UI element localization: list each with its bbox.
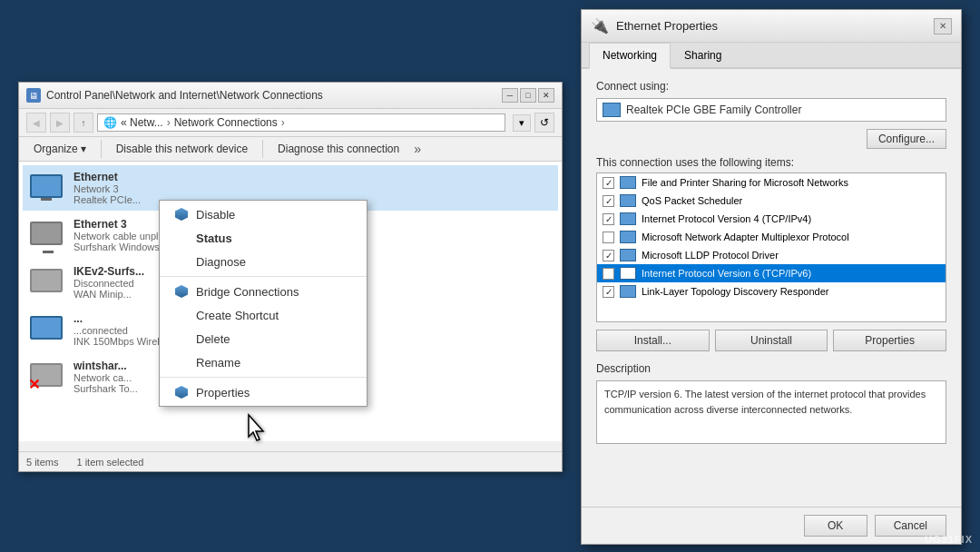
ctx-rename[interactable]: Rename bbox=[160, 350, 367, 374]
ctx-bridge[interactable]: Bridge Connections bbox=[160, 280, 367, 303]
ethernet-icon bbox=[30, 174, 66, 202]
dialog-titlebar: 🔌 Ethernet Properties ✕ bbox=[582, 10, 961, 43]
description-label: Description bbox=[596, 362, 946, 375]
ctx-rename-label: Rename bbox=[196, 356, 240, 370]
ctx-status-label: Status bbox=[196, 232, 232, 245]
toolbar-sep1 bbox=[101, 140, 102, 158]
cb-ipv4[interactable] bbox=[603, 213, 614, 225]
label-lldp: Microsoft LLDP Protocol Driver bbox=[642, 250, 940, 261]
shortcut-spacer bbox=[174, 308, 189, 322]
icon-linklayer bbox=[620, 285, 636, 298]
bridge-shield-icon bbox=[174, 284, 189, 299]
label-multiplexor: Microsoft Network Adapter Multiplexor Pr… bbox=[642, 232, 940, 242]
ctx-diagnose[interactable]: Diagnose bbox=[160, 250, 367, 273]
ikev2-icon bbox=[30, 269, 66, 296]
organize-button[interactable]: Organize ▾ bbox=[26, 141, 93, 157]
x-icon: ✕ bbox=[28, 378, 40, 392]
list-item-ipv6[interactable]: Internet Protocol Version 6 (TCP/IPv6) bbox=[597, 264, 946, 282]
diagnose-button[interactable]: Diagnose this connection bbox=[270, 141, 407, 157]
label-linklayer: Link-Layer Topology Discovery Responder bbox=[642, 286, 940, 297]
wireless-icon bbox=[30, 316, 66, 343]
dialog-title-icon: 🔌 bbox=[591, 17, 609, 34]
ctx-sep1 bbox=[160, 276, 367, 277]
cb-linklayer[interactable] bbox=[603, 286, 614, 298]
ethernet-properties-dialog: 🔌 Ethernet Properties ✕ Networking Shari… bbox=[581, 9, 962, 545]
tab-networking[interactable]: Networking bbox=[589, 43, 671, 69]
toolbar: Organize ▾ Disable this network device D… bbox=[19, 137, 562, 162]
cb-lldp[interactable] bbox=[603, 250, 614, 261]
window-icon: 🖥 bbox=[26, 88, 41, 103]
diagnose-spacer bbox=[174, 254, 189, 269]
list-item-linklayer[interactable]: Link-Layer Topology Discovery Responder bbox=[597, 282, 946, 301]
dialog-footer: OK Cancel bbox=[582, 507, 961, 544]
ctx-shortcut[interactable]: Create Shortcut bbox=[160, 303, 367, 327]
status-bar: 5 items 1 item selected bbox=[19, 451, 562, 471]
uninstall-button[interactable]: Uninstall bbox=[715, 330, 828, 351]
list-item-multiplexor[interactable]: Microsoft Network Adapter Multiplexor Pr… bbox=[597, 228, 946, 246]
ctx-delete-label: Delete bbox=[196, 332, 230, 346]
disable-label: Disable this network device bbox=[116, 143, 248, 155]
label-qos: QoS Packet Scheduler bbox=[642, 195, 940, 206]
path-netw: « Netw... bbox=[121, 116, 163, 129]
rename-spacer bbox=[174, 355, 189, 370]
properties-shield-icon bbox=[174, 385, 189, 399]
diagnose-label: Diagnose this connection bbox=[278, 143, 399, 155]
install-button[interactable]: Install... bbox=[596, 330, 710, 351]
close-button[interactable]: ✕ bbox=[538, 88, 554, 103]
ctx-delete[interactable]: Delete bbox=[160, 327, 367, 350]
path-connections: Network Connections bbox=[174, 116, 278, 129]
configure-button[interactable]: Configure... bbox=[867, 129, 946, 149]
list-item-qos[interactable]: QoS Packet Scheduler bbox=[597, 192, 946, 210]
status-spacer bbox=[174, 231, 189, 245]
ctx-properties-label: Properties bbox=[196, 386, 250, 399]
titlebar: 🖥 Control Panel\Network and Internet\Net… bbox=[19, 83, 562, 109]
list-item-filesharing[interactable]: File and Printer Sharing for Microsoft N… bbox=[597, 173, 946, 192]
delete-spacer bbox=[174, 331, 189, 346]
properties-button[interactable]: Properties bbox=[833, 330, 946, 351]
icon-ipv4 bbox=[620, 212, 636, 225]
organize-arrow: ▾ bbox=[81, 143, 86, 155]
back-button[interactable]: ◀ bbox=[26, 113, 46, 133]
ctx-sep2 bbox=[160, 377, 367, 378]
dialog-content: Connect using: Realtek PCIe GBE Family C… bbox=[582, 69, 961, 466]
refresh-button[interactable]: ↺ bbox=[534, 113, 554, 133]
cb-qos[interactable] bbox=[603, 195, 614, 207]
up-button[interactable]: ↑ bbox=[74, 113, 93, 133]
path-sep1: › bbox=[167, 116, 171, 129]
address-path[interactable]: 🌐 « Netw... › Network Connections › bbox=[97, 113, 505, 132]
ok-button[interactable]: OK bbox=[804, 515, 867, 537]
dialog-tabs: Networking Sharing bbox=[582, 43, 961, 69]
dialog-close-button[interactable]: ✕ bbox=[934, 18, 952, 34]
ctx-properties[interactable]: Properties bbox=[160, 380, 367, 404]
dialog-title: Ethernet Properties bbox=[616, 19, 926, 33]
disable-shield-icon bbox=[174, 207, 189, 222]
path-sep2: › bbox=[281, 116, 285, 129]
label-ipv4: Internet Protocol Version 4 (TCP/IPv4) bbox=[642, 213, 940, 224]
window-title: Control Panel\Network and Internet\Netwo… bbox=[46, 89, 323, 102]
tab-sharing[interactable]: Sharing bbox=[671, 43, 735, 69]
network-items-list[interactable]: File and Printer Sharing for Microsoft N… bbox=[596, 172, 946, 322]
disable-device-button[interactable]: Disable this network device bbox=[109, 141, 255, 157]
icon-qos bbox=[620, 194, 636, 207]
maximize-button[interactable]: □ bbox=[520, 88, 536, 103]
tab-sharing-label: Sharing bbox=[684, 49, 721, 62]
ctx-status[interactable]: Status bbox=[160, 226, 367, 250]
cb-filesharing[interactable] bbox=[603, 177, 614, 189]
path-dropdown[interactable]: ▾ bbox=[513, 114, 531, 132]
ethernet-name: Ethernet bbox=[74, 171, 551, 183]
ethernet3-icon bbox=[30, 222, 66, 249]
description-text: TCP/IP version 6. The latest version of … bbox=[604, 389, 926, 415]
list-item-ipv4[interactable]: Internet Protocol Version 4 (TCP/IPv4) bbox=[597, 210, 946, 228]
items-label: This connection uses the following items… bbox=[596, 156, 946, 169]
icon-multiplexor bbox=[620, 231, 636, 243]
ctx-disable[interactable]: Disable bbox=[160, 202, 367, 226]
cb-multiplexor[interactable] bbox=[603, 232, 614, 243]
forward-button[interactable]: ▶ bbox=[50, 113, 70, 133]
minimize-button[interactable]: ─ bbox=[502, 88, 518, 103]
cb-ipv6[interactable] bbox=[603, 268, 614, 280]
more-button[interactable]: » bbox=[414, 142, 421, 156]
device-name: Realtek PCIe GBE Family Controller bbox=[626, 104, 940, 116]
watermark: UG31FIX bbox=[925, 534, 973, 545]
tab-networking-label: Networking bbox=[603, 49, 657, 62]
list-item-lldp[interactable]: Microsoft LLDP Protocol Driver bbox=[597, 246, 946, 264]
